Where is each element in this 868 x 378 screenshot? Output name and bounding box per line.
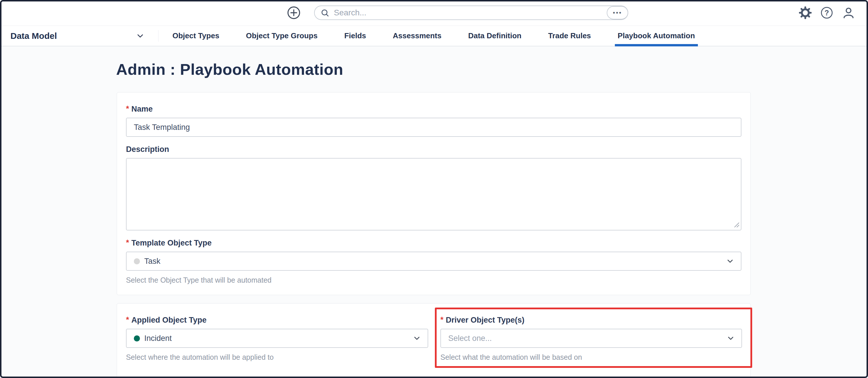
data-model-label: Data Model — [10, 31, 57, 41]
applied-object-type-field: * Applied Object Type Incident Select wh… — [126, 316, 428, 362]
chevron-down-icon — [726, 334, 735, 343]
search-icon — [320, 8, 329, 17]
search-bar[interactable] — [314, 5, 628, 20]
topbar: ••• ? — [0, 0, 868, 26]
driver-object-types-field: * Driver Object Type(s) Select one... Se… — [440, 316, 742, 362]
required-marker: * — [126, 238, 129, 247]
driver-object-types-select[interactable]: Select one... — [440, 329, 742, 348]
tab-playbook-automation[interactable]: Playbook Automation — [604, 26, 708, 46]
form-card-primary: * Name Description * Template Object Typ… — [117, 92, 751, 295]
tab-data-definition[interactable]: Data Definition — [455, 26, 535, 46]
user-button[interactable] — [842, 6, 855, 20]
topbar-right-icons: ? — [799, 0, 855, 26]
chevron-down-icon — [726, 257, 735, 266]
tab-object-type-groups[interactable]: Object Type Groups — [232, 26, 331, 46]
required-marker: * — [126, 315, 129, 324]
template-object-type-label: * Template Object Type — [126, 239, 741, 247]
help-button[interactable]: ? — [821, 7, 833, 19]
chevron-down-icon — [412, 334, 421, 343]
gear-icon — [799, 6, 812, 19]
description-field: Description — [126, 145, 741, 231]
template-object-type-label-text: Template Object Type — [131, 239, 212, 247]
task-object-type-dot — [134, 258, 140, 264]
ellipsis-icon: ••• — [613, 9, 622, 16]
settings-button[interactable] — [799, 6, 812, 19]
resize-handle-icon[interactable] — [732, 220, 740, 228]
search-input[interactable] — [333, 8, 622, 18]
user-icon — [842, 6, 855, 20]
template-object-type-helper: Select the Object Type that will be auto… — [126, 276, 741, 284]
required-marker: * — [126, 104, 129, 113]
tab-fields[interactable]: Fields — [331, 26, 379, 46]
driver-object-types-placeholder: Select one... — [448, 334, 492, 343]
description-label: Description — [126, 145, 741, 154]
description-label-text: Description — [126, 145, 169, 154]
name-label: * Name — [126, 105, 741, 114]
applied-object-type-label-text: Applied Object Type — [131, 316, 207, 325]
search-more-button[interactable]: ••• — [607, 6, 628, 20]
template-object-type-value: Task — [144, 257, 160, 266]
description-textarea[interactable] — [126, 158, 741, 231]
incident-object-type-dot — [134, 335, 140, 341]
tab-trade-rules[interactable]: Trade Rules — [535, 26, 604, 46]
navbar: Data Model Object Types Object Type Grou… — [0, 26, 868, 46]
plus-circle-icon — [287, 6, 301, 20]
page-title: Admin : Playbook Automation — [116, 60, 343, 78]
tab-object-types[interactable]: Object Types — [159, 26, 232, 46]
driver-object-types-label-text: Driver Object Type(s) — [446, 316, 525, 325]
template-object-type-select[interactable]: Task — [126, 252, 741, 271]
template-object-type-field: * Template Object Type Task Select the O… — [126, 239, 741, 284]
main-content: Admin : Playbook Automation * Name Descr… — [0, 46, 868, 378]
question-icon: ? — [821, 7, 833, 19]
name-field: * Name — [126, 105, 741, 137]
applied-object-type-select[interactable]: Incident — [126, 329, 428, 348]
applied-object-type-helper: Select where the automation will be appl… — [126, 353, 428, 362]
driver-object-types-label: * Driver Object Type(s) — [440, 316, 742, 325]
name-label-text: Name — [131, 105, 153, 114]
tab-assessments[interactable]: Assessments — [379, 26, 455, 46]
applied-object-type-value: Incident — [144, 334, 172, 343]
name-input[interactable] — [126, 118, 741, 137]
create-button[interactable] — [287, 6, 301, 20]
tab-bar: Object Types Object Type Groups Fields A… — [159, 26, 708, 46]
driver-object-types-helper: Select what the automation will be based… — [440, 353, 742, 362]
required-marker: * — [440, 315, 443, 324]
applied-object-type-label: * Applied Object Type — [126, 316, 428, 325]
question-glyph: ? — [825, 9, 829, 17]
form-card-secondary: * Applied Object Type Incident Select wh… — [117, 303, 751, 378]
data-model-dropdown[interactable]: Data Model — [0, 26, 155, 46]
chevron-down-icon — [135, 31, 145, 41]
